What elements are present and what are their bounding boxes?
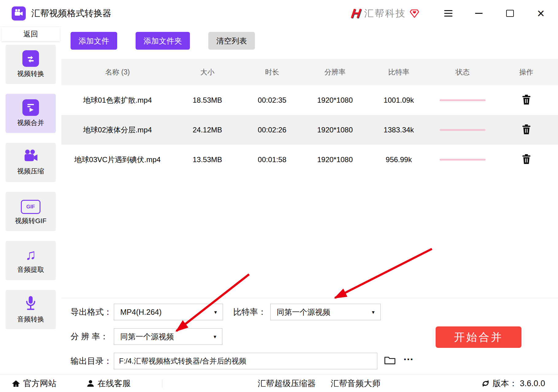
maximize-button[interactable] (503, 0, 517, 27)
output-dir-input[interactable] (114, 353, 377, 369)
status-progress-bar (440, 99, 486, 101)
column-header-action: 操作 (495, 67, 558, 77)
hamburger-icon (444, 10, 452, 17)
table-row[interactable]: 地球02液体分层.mp4 24.12MB 00:02:26 1920*1080 … (61, 115, 558, 145)
audio-master-label: 汇帮音频大师 (331, 378, 380, 389)
file-resolution-cell: 1920*1080 (303, 126, 367, 134)
home-icon (12, 379, 20, 387)
export-format-select[interactable]: MP4(H.264) ▼ (114, 304, 223, 320)
file-duration-cell: 00:02:35 (241, 96, 303, 105)
column-header-name: 名称 (3) (61, 67, 174, 77)
sidebar-item-video-merge[interactable]: 视频合并 (6, 94, 56, 133)
more-options-button[interactable]: … (401, 350, 416, 363)
online-service-link[interactable]: 在线客服 (87, 375, 131, 392)
chevron-down-icon: ▼ (213, 334, 217, 339)
sidebar-item-label: 视频合并 (17, 118, 44, 127)
refresh-icon[interactable] (481, 379, 490, 388)
sidebar-item-label: 视频压缩 (17, 167, 44, 176)
title-bar: 汇帮视频格式转换器 H 汇帮科技 × (0, 0, 558, 27)
main-panel: 添加文件 添加文件夹 清空列表 名称 (3) 大小 时长 分辨率 比特率 状态 … (61, 27, 558, 375)
file-list: 地球01色素扩散.mp4 18.53MB 00:02:35 1920*1080 … (61, 85, 558, 174)
gif-icon: GIF (21, 200, 40, 214)
output-dir-label: 输出目录： (71, 353, 112, 369)
sidebar-item-video-to-gif[interactable]: GIF 视频转GIF (6, 192, 56, 231)
file-size-cell: 24.12MB (174, 126, 241, 134)
start-merge-button[interactable]: 开始合并 (436, 326, 521, 348)
resolution-select[interactable]: 同第一个源视频 ▼ (114, 328, 222, 345)
output-settings-panel: 导出格式： MP4(H.264) ▼ 比特率： 同第一个源视频 ▼ 分 辨 率：… (61, 298, 558, 375)
official-site-link[interactable]: 官方网站 (12, 375, 56, 392)
folder-icon (384, 355, 396, 365)
trash-icon (522, 154, 531, 164)
file-resolution-cell: 1920*1080 (303, 155, 367, 164)
sidebar-item-audio-extract[interactable]: ♫ 音频提取 (6, 241, 56, 280)
super-compressor-link[interactable]: 汇帮超级压缩器 (258, 375, 316, 392)
sidebar-item-label: 音频转换 (17, 315, 44, 324)
column-header-bitrate: 比特率 (367, 67, 431, 77)
file-bitrate-cell: 1001.09k (367, 96, 431, 105)
file-bitrate-cell: 956.99k (367, 155, 431, 164)
back-button[interactable]: 返回 (2, 27, 60, 41)
menu-button[interactable] (441, 0, 455, 27)
sidebar-item-audio-convert[interactable]: 音频转换 (6, 290, 56, 329)
brand-name: 汇帮科技 (364, 7, 406, 20)
clear-list-button[interactable]: 清空列表 (208, 32, 255, 50)
minimize-button[interactable] (472, 0, 486, 27)
table-header: 名称 (3) 大小 时长 分辨率 比特率 状态 操作 (61, 59, 558, 85)
export-format-label: 导出格式： (71, 304, 112, 320)
maximize-icon (506, 10, 514, 17)
bitrate-label: 比特率： (233, 304, 266, 320)
column-header-resolution: 分辨率 (303, 67, 367, 77)
delete-row-button[interactable] (521, 153, 532, 166)
page-title: 汇帮视频格式转换器 (31, 0, 111, 27)
close-button[interactable]: × (534, 0, 548, 27)
status-progress-bar (440, 129, 486, 131)
version-value: 3.6.0.0 (520, 379, 545, 388)
video-compress-icon (23, 149, 39, 164)
add-file-button[interactable]: 添加文件 (71, 32, 117, 50)
minimize-icon (475, 13, 483, 14)
brand-logo: H 汇帮科技 (351, 0, 419, 27)
table-row[interactable]: 地球03VC片遇到碘伏.mp4 13.53MB 00:01:58 1920*10… (61, 145, 558, 174)
sidebar-item-label: 视频转GIF (15, 216, 47, 226)
resolution-label: 分 辨 率： (71, 328, 108, 345)
delete-row-button[interactable] (521, 93, 532, 107)
official-site-label: 官方网站 (23, 378, 56, 389)
sidebar-item-video-convert[interactable]: 视频转换 (6, 45, 56, 84)
bitrate-select[interactable]: 同第一个源视频 ▼ (270, 304, 381, 320)
vip-diamond-icon (410, 9, 419, 18)
sidebar-item-label: 视频转换 (17, 69, 44, 78)
file-name-cell: 地球02液体分层.mp4 (61, 125, 174, 135)
column-header-status: 状态 (431, 67, 495, 77)
chevron-down-icon: ▼ (371, 310, 375, 315)
close-icon: × (537, 7, 545, 20)
add-folder-button[interactable]: 添加文件夹 (136, 32, 190, 50)
version-info: 版本： 3.6.0.0 (481, 375, 545, 392)
app-logo-icon (12, 6, 26, 21)
microphone-icon (24, 295, 37, 312)
status-progress-bar (440, 159, 486, 161)
audio-master-link[interactable]: 汇帮音频大师 (331, 375, 380, 392)
sidebar: 返回 视频转换 视频合 (0, 27, 62, 375)
video-merge-icon (22, 99, 39, 116)
brand-h-icon: H (350, 7, 361, 20)
camera-icon (13, 8, 24, 19)
column-header-duration: 时长 (241, 67, 303, 77)
sidebar-nav: 视频转换 视频合并 (0, 41, 61, 329)
sidebar-item-video-compress[interactable]: 视频压缩 (6, 143, 56, 182)
version-label: 版本： (492, 378, 517, 389)
chevron-down-icon: ▼ (213, 310, 218, 315)
trash-icon (522, 124, 531, 134)
person-icon (87, 379, 94, 387)
status-bar: 官方网站 在线客服 汇帮超级压缩器 汇帮音频大师 版本： 3.6.0.0 (0, 375, 558, 392)
file-size-cell: 13.53MB (174, 155, 241, 164)
delete-row-button[interactable] (521, 123, 532, 136)
file-duration-cell: 00:02:26 (241, 126, 303, 134)
statusbar-divider (162, 379, 162, 388)
music-note-icon: ♫ (25, 247, 36, 263)
table-row[interactable]: 地球01色素扩散.mp4 18.53MB 00:02:35 1920*1080 … (61, 85, 558, 115)
browse-folder-button[interactable] (384, 355, 396, 366)
app-window: 汇帮视频格式转换器 H 汇帮科技 × 返回 (0, 0, 558, 392)
file-duration-cell: 00:01:58 (241, 155, 303, 164)
toolbar: 添加文件 添加文件夹 清空列表 (71, 32, 255, 50)
